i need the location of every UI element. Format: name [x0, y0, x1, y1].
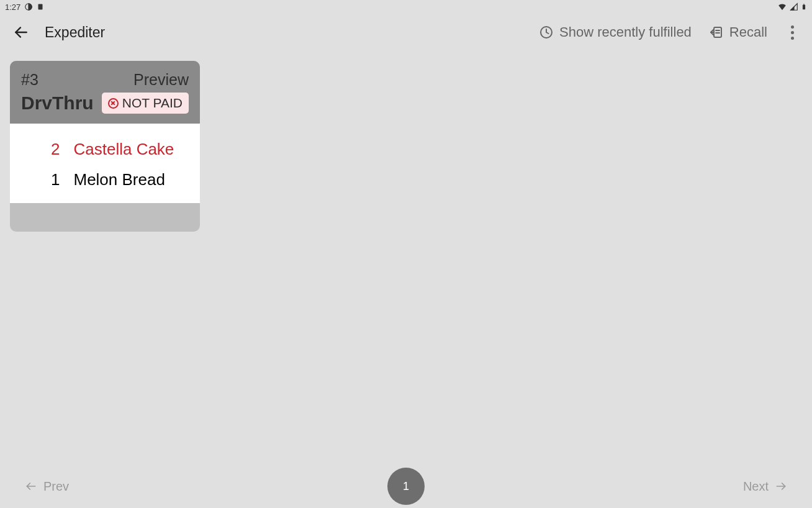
line-item-qty: 1	[51, 170, 60, 189]
not-paid-text: NOT PAID	[122, 96, 183, 111]
svg-rect-1	[38, 4, 43, 10]
arrow-left-icon	[13, 24, 29, 40]
status-right	[777, 2, 807, 12]
app-bar-actions: Show recently fulfilled Recall	[539, 20, 800, 45]
order-line-item: 2Castella Cake	[22, 140, 187, 159]
status-bar: 1:27	[0, 0, 812, 14]
next-page-button[interactable]: Next	[743, 479, 787, 494]
signal-icon	[790, 2, 798, 11]
arrow-left-icon	[25, 480, 37, 492]
order-card[interactable]: #3 Preview DrvThru NOT PAID 2Castella Ca…	[10, 61, 200, 232]
order-card-body: 2Castella Cake1Melon Bread	[10, 124, 200, 203]
wifi-icon	[777, 2, 787, 11]
order-card-footer	[10, 203, 200, 232]
recall-button[interactable]: Recall	[709, 24, 767, 40]
page-title: Expediter	[45, 24, 539, 41]
prev-page-button[interactable]: Prev	[25, 479, 69, 494]
status-left: 1:27	[5, 2, 44, 12]
line-item-name: Melon Bread	[73, 170, 165, 189]
back-button[interactable]	[12, 24, 30, 41]
content-area: #3 Preview DrvThru NOT PAID 2Castella Ca…	[0, 51, 812, 242]
show-recently-fulfilled-button[interactable]: Show recently fulfilled	[539, 24, 692, 40]
prev-label: Prev	[43, 479, 69, 494]
order-line-item: 1Melon Bread	[22, 170, 187, 189]
app-bar: Expediter Show recently fulfilled Recall	[0, 14, 812, 51]
line-item-name: Castella Cake	[73, 140, 174, 159]
page-indicator[interactable]: 1	[387, 468, 425, 505]
recall-icon	[709, 25, 724, 40]
arrow-right-icon	[775, 480, 787, 492]
recall-label: Recall	[729, 24, 767, 40]
page-number: 1	[403, 480, 409, 493]
overflow-menu-button[interactable]	[785, 20, 800, 45]
status-icon-2	[37, 2, 44, 11]
order-card-header: #3 Preview DrvThru NOT PAID	[10, 61, 200, 124]
status-time: 1:27	[5, 2, 20, 12]
battery-icon	[801, 2, 807, 12]
order-preview-label: Preview	[133, 71, 189, 89]
not-paid-badge: NOT PAID	[102, 93, 189, 114]
svg-rect-3	[803, 4, 805, 4]
next-label: Next	[743, 479, 769, 494]
svg-rect-2	[803, 5, 805, 10]
order-number: #3	[21, 71, 38, 89]
show-recently-fulfilled-label: Show recently fulfilled	[559, 24, 692, 40]
line-item-qty: 2	[51, 140, 60, 159]
not-paid-icon	[108, 98, 119, 109]
clock-icon	[539, 25, 554, 40]
more-vert-icon	[791, 25, 794, 29]
status-icon-1	[24, 2, 33, 11]
order-source: DrvThru	[21, 93, 94, 114]
pagination-bar: Prev 1 Next	[0, 465, 812, 508]
